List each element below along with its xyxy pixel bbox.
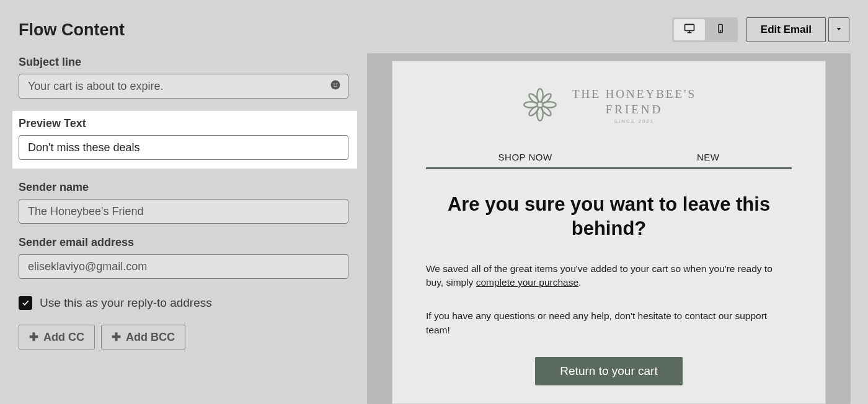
nav-shop-now[interactable]: SHOP NOW: [498, 152, 552, 162]
brand-name-line1: THE HONEYBEE'S: [572, 87, 696, 102]
add-bcc-label: Add BCC: [126, 331, 175, 344]
brand-tagline: SINCE 2021: [572, 118, 696, 125]
preview-text-field: Preview Text: [12, 111, 357, 169]
flower-logo-icon: [521, 86, 559, 126]
brand-header: THE HONEYBEE'S FRIEND SINCE 2021: [392, 86, 825, 126]
svg-point-5: [336, 84, 337, 85]
emoji-picker-icon[interactable]: [330, 79, 341, 93]
sender-email-input[interactable]: [19, 254, 348, 279]
email-headline: Are you sure you want to leave this behi…: [426, 193, 792, 241]
nav-new[interactable]: NEW: [697, 152, 720, 162]
subject-line-label: Subject line: [19, 56, 348, 69]
edit-email-button[interactable]: Edit Email: [746, 17, 826, 42]
svg-point-4: [334, 84, 335, 85]
edit-email-dropdown-button[interactable]: [828, 17, 849, 42]
desktop-icon: [683, 22, 696, 37]
desktop-toggle-button[interactable]: [674, 19, 705, 40]
svg-point-2: [720, 30, 720, 31]
nav-divider: [426, 167, 792, 169]
page-title: Flow Content: [19, 20, 125, 40]
mobile-toggle-button[interactable]: [705, 19, 736, 40]
subject-line-field: Subject line: [19, 56, 348, 99]
add-cc-label: Add CC: [43, 331, 84, 344]
device-toggle: [672, 17, 738, 42]
plus-icon: ✚: [29, 330, 38, 344]
sender-email-label: Sender email address: [19, 236, 348, 249]
email-paragraph-2: If you have any questions or need any he…: [426, 309, 792, 337]
subject-line-input[interactable]: [19, 74, 348, 99]
svg-rect-0: [684, 24, 694, 30]
preview-text-label: Preview Text: [19, 117, 348, 130]
sender-name-label: Sender name: [19, 181, 348, 194]
email-preview-page: THE HONEYBEE'S FRIEND SINCE 2021 SHOP NO…: [392, 61, 826, 404]
svg-point-3: [331, 81, 340, 90]
return-to-cart-button[interactable]: Return to your cart: [535, 357, 682, 385]
email-paragraph-1: We saved all of the great items you've a…: [426, 262, 792, 290]
email-nav: SHOP NOW NEW: [426, 152, 792, 162]
plus-icon: ✚: [112, 330, 121, 344]
preview-text-input[interactable]: [19, 135, 348, 160]
svg-point-10: [528, 92, 540, 105]
sender-name-input[interactable]: [19, 199, 348, 224]
add-bcc-button[interactable]: ✚ Add BCC: [101, 325, 185, 349]
add-cc-button[interactable]: ✚ Add CC: [19, 325, 95, 349]
sender-email-field: Sender email address: [19, 236, 348, 279]
complete-purchase-link[interactable]: complete your purchase: [476, 277, 578, 288]
brand-name-line2: FRIEND: [572, 102, 696, 118]
caret-down-icon: [835, 24, 843, 35]
email-preview-pane: THE HONEYBEE'S FRIEND SINCE 2021 SHOP NO…: [367, 53, 851, 404]
email-paragraph-1-tail: .: [578, 277, 581, 288]
reply-to-label: Use this as your reply-to address: [40, 296, 212, 310]
mobile-icon: [715, 22, 725, 38]
svg-point-12: [528, 105, 540, 117]
reply-to-checkbox[interactable]: [19, 296, 32, 310]
svg-point-11: [540, 92, 552, 105]
svg-point-13: [540, 105, 552, 117]
sender-name-field: Sender name: [19, 181, 348, 224]
